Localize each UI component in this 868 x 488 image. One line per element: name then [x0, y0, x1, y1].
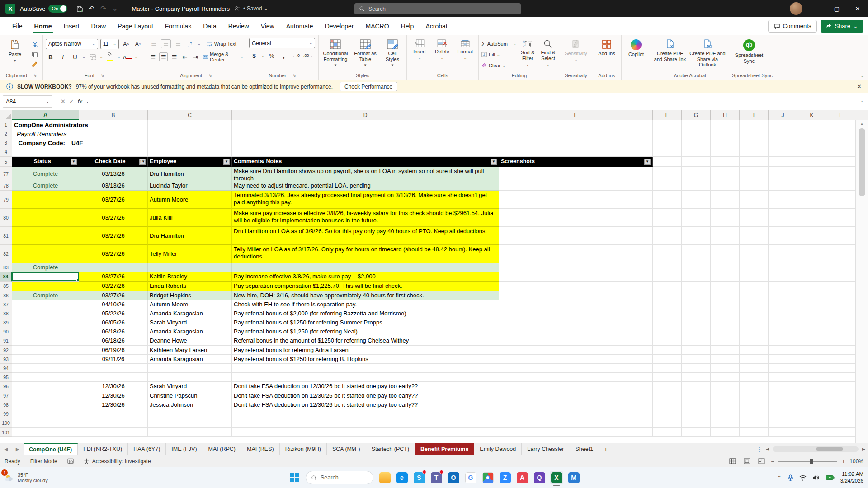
menu-tab-file[interactable]: File — [6, 19, 28, 34]
cell-J96[interactable] — [769, 382, 797, 391]
cell-B4[interactable] — [79, 147, 148, 157]
volume-icon[interactable] — [812, 474, 820, 481]
cell-E82[interactable] — [499, 245, 653, 263]
cell-L97[interactable] — [826, 391, 855, 400]
cell-E78[interactable] — [499, 181, 653, 191]
cell-I4[interactable] — [740, 147, 769, 157]
cell-G96[interactable] — [682, 382, 711, 391]
clear-button[interactable]: Clear ⌄ — [481, 61, 516, 70]
hscroll-right-icon[interactable]: ▶ — [862, 447, 865, 451]
cell-E80[interactable] — [499, 209, 653, 227]
cell-K99[interactable] — [797, 409, 826, 418]
cell-F77[interactable] — [653, 167, 682, 181]
cell-B93[interactable]: 09/11/26 — [79, 355, 148, 364]
cut-button[interactable] — [30, 40, 40, 49]
cell-G83[interactable] — [682, 263, 711, 272]
sheet-tab-larry-chessler[interactable]: Larry Chessler — [522, 443, 570, 455]
row-header-88[interactable]: 88 — [0, 309, 12, 318]
cell-A86[interactable]: Complete — [12, 291, 79, 300]
cell-J2[interactable] — [769, 129, 797, 138]
cell-K95[interactable] — [797, 373, 826, 382]
cell-I92[interactable] — [740, 346, 769, 355]
cell-L101[interactable] — [826, 428, 855, 437]
cell-I96[interactable] — [740, 382, 769, 391]
cell-I93[interactable] — [740, 355, 769, 364]
cell-D4[interactable] — [232, 147, 499, 157]
column-header-E[interactable]: E — [499, 110, 653, 120]
font-color-button[interactable]: A — [123, 52, 132, 61]
number-format-select[interactable]: General⌄ — [249, 38, 315, 48]
row-header-87[interactable]: 87 — [0, 300, 12, 309]
cell-E2[interactable] — [499, 129, 653, 138]
cell-F101[interactable] — [653, 428, 682, 437]
cell-L1[interactable] — [826, 120, 855, 129]
cell-C99[interactable] — [148, 409, 232, 418]
row-header-83[interactable]: 83 — [0, 263, 12, 272]
cell-K92[interactable] — [797, 346, 826, 355]
cell-K89[interactable] — [797, 318, 826, 327]
cell-I100[interactable] — [740, 418, 769, 428]
cell-E88[interactable] — [499, 309, 653, 318]
cell-K4[interactable] — [797, 147, 826, 157]
cell-D92[interactable]: Pay referral bonus for referring Adria L… — [232, 346, 499, 355]
cell-G84[interactable] — [682, 272, 711, 282]
cell-L84[interactable] — [826, 272, 855, 282]
cell-D85[interactable]: Pay separation compensation $1,225.70. T… — [232, 282, 499, 291]
column-header-K[interactable]: K — [797, 110, 826, 120]
cell-A85[interactable] — [12, 282, 79, 291]
cell-G98[interactable] — [682, 400, 711, 409]
cell-H1[interactable] — [711, 120, 740, 129]
cell-J95[interactable] — [769, 373, 797, 382]
cell-E5[interactable]: Screenshots▼ — [499, 157, 653, 167]
comments-button[interactable]: Comments — [768, 20, 817, 33]
cell-B86[interactable]: 03/27/26 — [79, 291, 148, 300]
cell-D93[interactable]: Pay referral bonus of $1250 for referrin… — [232, 355, 499, 364]
percent-style-button[interactable]: % — [267, 51, 277, 60]
number-dialog-launcher-icon[interactable]: ⇘ — [292, 73, 296, 78]
cell-K87[interactable] — [797, 300, 826, 309]
addins-button[interactable]: Add-ins — [595, 38, 618, 71]
cell-D89[interactable]: Pay referral bonus of $1250 for referrin… — [232, 318, 499, 327]
cell-L92[interactable] — [826, 346, 855, 355]
cell-A91[interactable] — [12, 336, 79, 346]
close-button[interactable]: ✕ — [847, 0, 868, 17]
accessibility-status[interactable]: Accessibility: Investigate — [84, 458, 151, 465]
conditional-formatting-button[interactable]: Conditional Formatting▼ — [321, 38, 349, 71]
sheet-tab-compone-u4f-[interactable]: CompOne (U4F) — [24, 443, 78, 455]
cell-C3[interactable] — [148, 138, 232, 147]
cell-K100[interactable] — [797, 418, 826, 428]
cell-B1[interactable] — [79, 120, 148, 129]
paste-button[interactable]: Paste▼ — [3, 38, 27, 71]
format-as-table-button[interactable]: Format as Table▼ — [352, 38, 378, 71]
cell-E91[interactable] — [499, 336, 653, 346]
cell-D78[interactable]: May need to adjust timecard, potential L… — [232, 181, 499, 191]
row-header-94[interactable]: 94 — [0, 364, 12, 373]
cell-L80[interactable] — [826, 209, 855, 227]
cell-F96[interactable] — [653, 382, 682, 391]
cell-I81[interactable] — [740, 227, 769, 245]
cell-D91[interactable]: Referral bonus in the amount of $1250 fo… — [232, 336, 499, 346]
cell-A96[interactable] — [12, 382, 79, 391]
create-pdf-share-link-button[interactable]: Create PDF and Share link — [654, 38, 686, 71]
cell-I87[interactable] — [740, 300, 769, 309]
cell-H5[interactable] — [711, 157, 740, 167]
cell-C4[interactable] — [148, 147, 232, 157]
cell-H101[interactable] — [711, 428, 740, 437]
cell-G4[interactable] — [682, 147, 711, 157]
cell-E98[interactable] — [499, 400, 653, 409]
sheet-tab-rizikon-m9h-[interactable]: Rizikon (M9H) — [280, 443, 327, 455]
cell-A97[interactable] — [12, 391, 79, 400]
cell-G85[interactable] — [682, 282, 711, 291]
collapse-ribbon-chevron-icon[interactable]: ⌄ — [861, 73, 864, 78]
align-center-icon[interactable]: ☰ — [159, 52, 168, 61]
cell-L2[interactable] — [826, 129, 855, 138]
cell-F98[interactable] — [653, 400, 682, 409]
autosave-toggle[interactable]: AutoSave On — [20, 5, 67, 13]
cell-F87[interactable] — [653, 300, 682, 309]
cell-J78[interactable] — [769, 181, 797, 191]
row-header-82[interactable]: 82 — [0, 245, 12, 263]
name-box[interactable]: A84⌄ — [3, 95, 52, 108]
wrap-text-button[interactable]: Wrap Text — [207, 39, 236, 49]
cell-G91[interactable] — [682, 336, 711, 346]
cell-C77[interactable]: Dru Hamilton — [148, 167, 232, 181]
